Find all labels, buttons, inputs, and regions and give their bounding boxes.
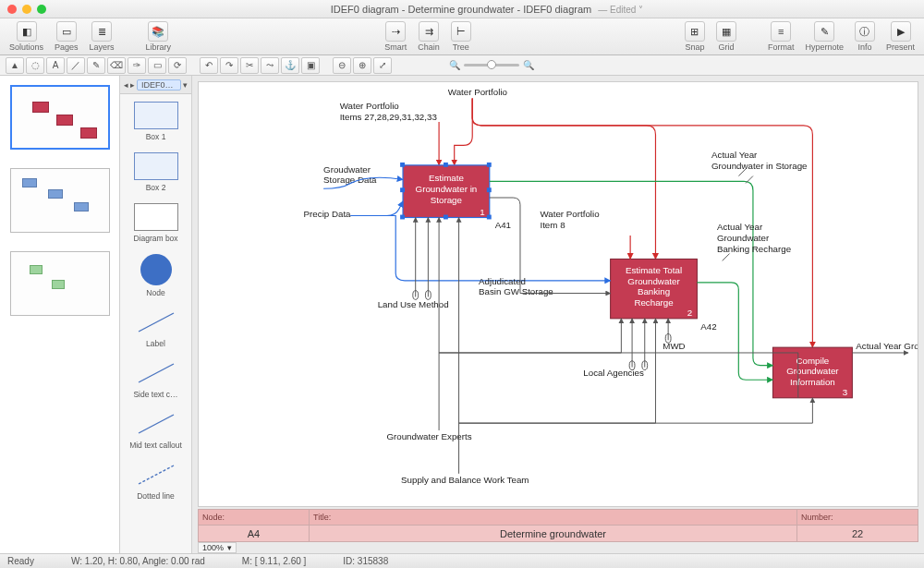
cut-tool[interactable]: ✂ xyxy=(240,57,259,74)
select-tool[interactable]: ▲ xyxy=(6,57,24,74)
zoom-in-tool[interactable]: ⊕ xyxy=(353,57,371,74)
box2-line3: Banking xyxy=(638,286,670,296)
label-wp8-1: Water Portfolio xyxy=(540,209,600,219)
footer-title: Determine groundwater xyxy=(310,526,797,541)
anchor-tool[interactable]: ⚓ xyxy=(281,57,299,74)
erase-tool[interactable]: ⌫ xyxy=(107,57,126,74)
lib-fwd-icon[interactable]: ▸ xyxy=(130,80,135,90)
label-ay-bank-1: Actual Year xyxy=(717,222,763,232)
shape-midtext[interactable]: Mid text callout xyxy=(120,410,191,450)
box2-id: A42 xyxy=(700,321,716,332)
status-bar: Ready W: 1.20, H: 0.80, Angle: 0.00 rad … xyxy=(0,553,924,568)
footer-number: 22 xyxy=(797,526,918,541)
zoom-out-icon[interactable]: 🔍 xyxy=(449,60,460,70)
footer-title-hdr: Title: xyxy=(310,510,797,525)
zoom-slider[interactable] xyxy=(464,64,519,66)
shape-box2[interactable]: Box 2 xyxy=(120,152,191,192)
label-wp8-2: Item 8 xyxy=(540,220,565,230)
page-thumb-3[interactable] xyxy=(10,251,110,316)
zoom-out-tool[interactable]: ⊖ xyxy=(333,57,351,74)
undo-tool[interactable]: ↶ xyxy=(200,57,218,74)
svg-rect-8 xyxy=(487,187,492,192)
info-button[interactable]: ⓘInfo xyxy=(855,21,875,52)
pen-tool[interactable]: ✎ xyxy=(87,57,105,74)
box2-line2: Groundwater xyxy=(627,276,680,286)
page-thumbnails xyxy=(0,76,120,553)
library-button[interactable]: 📚Library xyxy=(146,21,172,52)
hypernote-button[interactable]: ✎Hypernote xyxy=(805,21,844,52)
canvas-wrap: Water Portfolio Water Portfolio Items 27… xyxy=(192,76,924,553)
box2-line1: Estimate Total xyxy=(626,265,682,275)
box2-line4: Recharge xyxy=(634,297,673,308)
window-controls xyxy=(7,5,46,14)
footer-node-hdr: Node: xyxy=(199,510,310,525)
shape-label[interactable]: Label xyxy=(120,308,191,348)
label-ay-bank-2: Groundwater xyxy=(717,233,770,243)
zoom-fit-tool[interactable]: ⤢ xyxy=(373,57,392,74)
close-icon[interactable] xyxy=(7,5,17,14)
shape-sidetext[interactable]: Side text c… xyxy=(120,359,191,399)
tool-row: ▲ ◌ A ／ ✎ ⌫ ✑ ▭ ⟳ ↶ ↷ ✂ ⤳ ⚓ ▣ ⊖ ⊕ ⤢ 🔍 🔍 xyxy=(0,55,924,76)
minimize-icon[interactable] xyxy=(22,5,31,14)
present-button[interactable]: ▶Present xyxy=(886,21,915,52)
svg-rect-11 xyxy=(487,215,492,220)
svg-rect-4 xyxy=(400,163,405,167)
redo-tool[interactable]: ↷ xyxy=(220,57,238,74)
label-supply-team: Supply and Balance Work Team xyxy=(401,475,529,485)
label-water-portfolio: Water Portfolio xyxy=(448,87,508,97)
layers-button[interactable]: ≣Layers xyxy=(90,21,115,52)
shape-dotted[interactable]: Dotted line xyxy=(120,461,191,501)
title-text: IDEF0 diagram - Determine groundwater - … xyxy=(331,4,591,15)
shape-node[interactable]: Node xyxy=(120,254,191,297)
diagram-canvas[interactable]: Water Portfolio Water Portfolio Items 27… xyxy=(198,81,918,507)
diagram-footer-values: A4 Determine groundwater 22 xyxy=(198,526,918,542)
connector-tool[interactable]: ⤳ xyxy=(261,57,279,74)
label-adj-2: Basin GW Storage xyxy=(479,286,553,296)
group-tool[interactable]: ▣ xyxy=(301,57,320,74)
library-header: ◂ ▸ IDEF0… ▾ xyxy=(120,76,191,94)
label-adj-1: Adjudicated xyxy=(479,276,526,286)
shape-box1[interactable]: Box 1 xyxy=(120,102,191,141)
footer-node: A4 xyxy=(199,526,310,541)
label-gw-storage-1: Groudwater xyxy=(323,164,371,175)
status-id: ID: 315838 xyxy=(343,556,388,566)
lasso-tool[interactable]: ◌ xyxy=(26,57,44,74)
lib-menu-icon[interactable]: ▾ xyxy=(183,80,188,90)
label-ay-gw: Actual Year Groundwater xyxy=(856,341,918,351)
pages-button[interactable]: ▭Pages xyxy=(55,21,79,52)
box1-id: A41 xyxy=(495,220,511,230)
format-button[interactable]: ≡Format xyxy=(768,21,795,52)
svg-rect-9 xyxy=(400,215,405,220)
grid-button[interactable]: ▦Grid xyxy=(716,21,736,52)
box1-line1: Estimate xyxy=(429,173,464,183)
page-thumb-2[interactable] xyxy=(10,168,110,233)
footer-number-hdr: Number: xyxy=(797,510,918,525)
zoom-select[interactable]: 100%▾ xyxy=(198,542,237,553)
window-titlebar: IDEF0 diagram - Determine groundwater - … xyxy=(0,0,924,18)
rotate-tool[interactable]: ⟳ xyxy=(168,57,187,74)
chain-button[interactable]: ⇉Chain xyxy=(418,21,440,52)
zoom-in-icon[interactable]: 🔍 xyxy=(523,60,534,70)
tree-button[interactable]: ⊢Tree xyxy=(451,21,471,52)
box3-line1: Compile xyxy=(796,356,830,366)
dropper-tool[interactable]: ✑ xyxy=(128,57,146,74)
text-tool[interactable]: A xyxy=(46,57,65,74)
snap-button[interactable]: ⊞Snap xyxy=(685,21,705,52)
box1-line2: Groundwater in xyxy=(416,184,478,194)
solutions-button[interactable]: ◧Solutions xyxy=(9,21,43,52)
main-toolbar: ◧Solutions ▭Pages ≣Layers 📚Library ⇢Smar… xyxy=(0,18,924,55)
line-tool[interactable]: ／ xyxy=(67,57,85,74)
zoom-slider-group: 🔍 🔍 xyxy=(449,60,534,70)
status-ready: Ready xyxy=(7,556,34,566)
svg-line-3 xyxy=(139,465,174,484)
smart-button[interactable]: ⇢Smart xyxy=(384,21,407,52)
box3-num: 3 xyxy=(843,387,847,397)
svg-rect-7 xyxy=(400,187,405,192)
page-thumb-1[interactable] xyxy=(10,85,110,150)
maximize-icon[interactable] xyxy=(37,5,46,14)
shape-tool[interactable]: ▭ xyxy=(148,57,166,74)
label-precip: Precip Data xyxy=(304,209,352,219)
library-tab[interactable]: IDEF0… xyxy=(137,79,181,91)
shape-diagrambox[interactable]: Diagram box xyxy=(120,203,191,243)
lib-back-icon[interactable]: ◂ xyxy=(124,80,128,90)
